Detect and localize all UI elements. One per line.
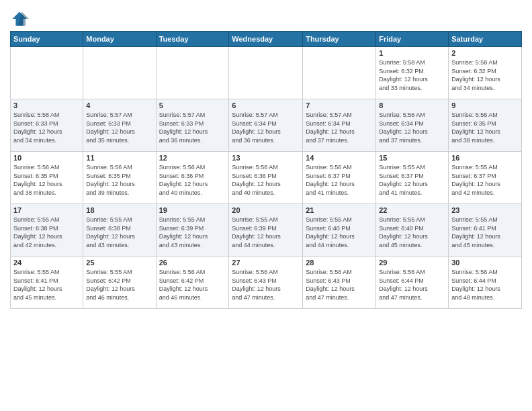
day-number: 20 [232,206,300,214]
day-number: 15 [379,154,445,162]
day-cell: 17Sunrise: 5:55 AM Sunset: 6:38 PM Dayli… [11,204,83,257]
weekday-header-tuesday: Tuesday [156,32,229,47]
day-info: Sunrise: 5:57 AM Sunset: 6:34 PM Dayligh… [232,111,300,144]
day-info: Sunrise: 5:55 AM Sunset: 6:39 PM Dayligh… [232,216,300,249]
day-number: 9 [451,101,519,109]
day-info: Sunrise: 5:56 AM Sunset: 6:43 PM Dayligh… [232,268,300,302]
day-info: Sunrise: 5:56 AM Sunset: 6:35 PM Dayligh… [13,163,80,197]
day-info: Sunrise: 5:55 AM Sunset: 6:42 PM Dayligh… [86,268,152,302]
day-number: 12 [159,154,226,162]
day-cell: 23Sunrise: 5:55 AM Sunset: 6:41 PM Dayli… [449,204,522,257]
page-container: SundayMondayTuesdayWednesdayThursdayFrid… [0,0,532,316]
day-number: 29 [379,259,445,267]
day-number: 14 [306,154,373,162]
day-info: Sunrise: 5:55 AM Sunset: 6:38 PM Dayligh… [13,216,80,249]
day-number: 21 [306,206,373,214]
day-number: 26 [159,259,226,267]
day-cell: 9Sunrise: 5:56 AM Sunset: 6:35 PM Daylig… [449,99,522,152]
day-info: Sunrise: 5:56 AM Sunset: 6:35 PM Dayligh… [451,111,519,144]
day-number: 30 [451,259,519,267]
weekday-header-monday: Monday [83,32,156,47]
day-info: Sunrise: 5:58 AM Sunset: 6:32 PM Dayligh… [451,58,519,92]
day-number: 24 [13,259,80,267]
day-cell [229,47,303,99]
day-cell: 12Sunrise: 5:56 AM Sunset: 6:36 PM Dayli… [156,152,229,204]
day-info: Sunrise: 5:55 AM Sunset: 6:37 PM Dayligh… [451,163,519,197]
day-number: 4 [86,101,152,109]
day-info: Sunrise: 5:56 AM Sunset: 6:37 PM Dayligh… [306,163,373,197]
day-cell: 11Sunrise: 5:56 AM Sunset: 6:35 PM Dayli… [83,152,156,204]
day-cell: 20Sunrise: 5:55 AM Sunset: 6:39 PM Dayli… [229,204,303,257]
weekday-header-friday: Friday [376,32,449,47]
day-info: Sunrise: 5:56 AM Sunset: 6:36 PM Dayligh… [159,163,226,197]
day-cell: 10Sunrise: 5:56 AM Sunset: 6:35 PM Dayli… [11,152,83,204]
day-info: Sunrise: 5:57 AM Sunset: 6:33 PM Dayligh… [86,111,152,144]
week-row-5: 24Sunrise: 5:55 AM Sunset: 6:41 PM Dayli… [11,257,522,309]
day-info: Sunrise: 5:55 AM Sunset: 6:37 PM Dayligh… [379,163,445,197]
day-info: Sunrise: 5:55 AM Sunset: 6:39 PM Dayligh… [159,216,226,249]
day-cell: 18Sunrise: 5:55 AM Sunset: 6:38 PM Dayli… [83,204,156,257]
day-number: 18 [86,206,152,214]
day-number: 27 [232,259,300,267]
day-info: Sunrise: 5:56 AM Sunset: 6:36 PM Dayligh… [232,163,300,197]
day-info: Sunrise: 5:57 AM Sunset: 6:33 PM Dayligh… [159,111,226,144]
day-cell: 22Sunrise: 5:55 AM Sunset: 6:40 PM Dayli… [376,204,449,257]
day-number: 28 [306,259,373,267]
logo [10,9,32,28]
day-number: 13 [232,154,300,162]
day-number: 19 [159,206,226,214]
day-cell [156,47,229,99]
header [10,7,522,28]
week-row-3: 10Sunrise: 5:56 AM Sunset: 6:35 PM Dayli… [11,152,522,204]
day-number: 7 [306,101,373,109]
day-cell: 16Sunrise: 5:55 AM Sunset: 6:37 PM Dayli… [449,152,522,204]
day-info: Sunrise: 5:55 AM Sunset: 6:41 PM Dayligh… [451,216,519,249]
day-number: 8 [379,101,445,109]
weekday-header-saturday: Saturday [449,32,522,47]
day-cell: 2Sunrise: 5:58 AM Sunset: 6:32 PM Daylig… [449,47,522,99]
day-info: Sunrise: 5:56 AM Sunset: 6:44 PM Dayligh… [379,268,445,302]
day-cell: 25Sunrise: 5:55 AM Sunset: 6:42 PM Dayli… [83,257,156,309]
day-cell: 1Sunrise: 5:58 AM Sunset: 6:32 PM Daylig… [376,47,449,99]
day-info: Sunrise: 5:56 AM Sunset: 6:44 PM Dayligh… [451,268,519,302]
day-cell: 15Sunrise: 5:55 AM Sunset: 6:37 PM Dayli… [376,152,449,204]
day-info: Sunrise: 5:55 AM Sunset: 6:40 PM Dayligh… [379,216,445,249]
day-cell: 4Sunrise: 5:57 AM Sunset: 6:33 PM Daylig… [83,99,156,152]
day-number: 11 [86,154,152,162]
day-number: 2 [451,49,519,57]
day-number: 10 [13,154,80,162]
day-cell: 6Sunrise: 5:57 AM Sunset: 6:34 PM Daylig… [229,99,303,152]
day-number: 22 [379,206,445,214]
week-row-2: 3Sunrise: 5:58 AM Sunset: 6:33 PM Daylig… [11,99,522,152]
day-info: Sunrise: 5:56 AM Sunset: 6:42 PM Dayligh… [159,268,226,302]
day-number: 5 [159,101,226,109]
weekday-header-sunday: Sunday [11,32,83,47]
day-cell: 14Sunrise: 5:56 AM Sunset: 6:37 PM Dayli… [303,152,376,204]
day-cell: 7Sunrise: 5:57 AM Sunset: 6:34 PM Daylig… [303,99,376,152]
day-cell: 3Sunrise: 5:58 AM Sunset: 6:33 PM Daylig… [11,99,83,152]
day-cell: 8Sunrise: 5:56 AM Sunset: 6:34 PM Daylig… [376,99,449,152]
day-cell: 5Sunrise: 5:57 AM Sunset: 6:33 PM Daylig… [156,99,229,152]
day-cell: 21Sunrise: 5:55 AM Sunset: 6:40 PM Dayli… [303,204,376,257]
week-row-1: 1Sunrise: 5:58 AM Sunset: 6:32 PM Daylig… [11,47,522,99]
day-info: Sunrise: 5:56 AM Sunset: 6:34 PM Dayligh… [379,111,445,144]
day-info: Sunrise: 5:57 AM Sunset: 6:34 PM Dayligh… [306,111,373,144]
weekday-header-row: SundayMondayTuesdayWednesdayThursdayFrid… [11,32,522,47]
day-cell: 28Sunrise: 5:56 AM Sunset: 6:43 PM Dayli… [303,257,376,309]
weekday-header-wednesday: Wednesday [229,32,303,47]
day-info: Sunrise: 5:56 AM Sunset: 6:43 PM Dayligh… [306,268,373,302]
day-number: 16 [451,154,519,162]
day-cell: 13Sunrise: 5:56 AM Sunset: 6:36 PM Dayli… [229,152,303,204]
day-cell: 29Sunrise: 5:56 AM Sunset: 6:44 PM Dayli… [376,257,449,309]
day-info: Sunrise: 5:56 AM Sunset: 6:35 PM Dayligh… [86,163,152,197]
day-info: Sunrise: 5:55 AM Sunset: 6:38 PM Dayligh… [86,216,152,249]
day-cell: 24Sunrise: 5:55 AM Sunset: 6:41 PM Dayli… [11,257,83,309]
week-row-4: 17Sunrise: 5:55 AM Sunset: 6:38 PM Dayli… [11,204,522,257]
weekday-header-thursday: Thursday [303,32,376,47]
day-cell: 27Sunrise: 5:56 AM Sunset: 6:43 PM Dayli… [229,257,303,309]
day-number: 17 [13,206,80,214]
day-number: 3 [13,101,80,109]
day-number: 25 [86,259,152,267]
day-number: 23 [451,206,519,214]
day-cell [303,47,376,99]
